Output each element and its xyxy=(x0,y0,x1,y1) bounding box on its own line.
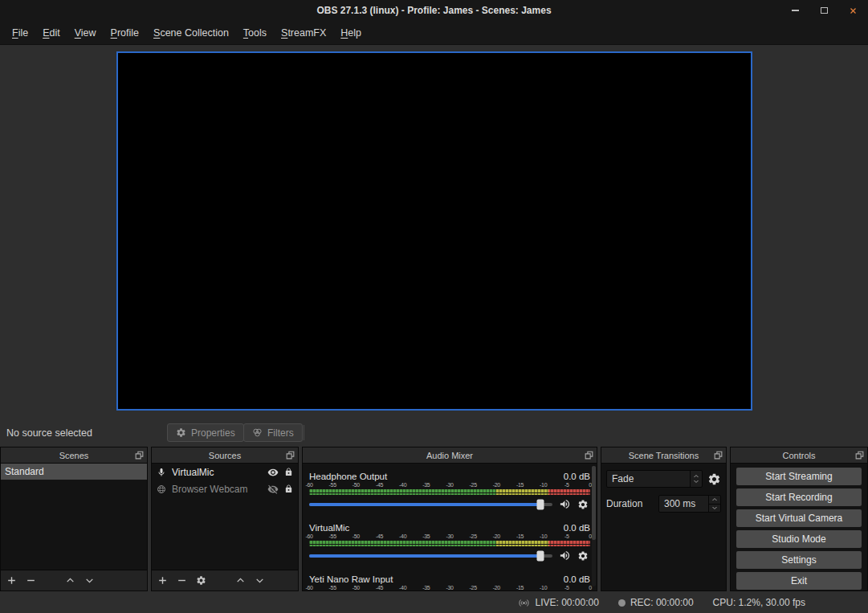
sources-dock-title: Sources xyxy=(209,451,241,460)
start-streaming-button[interactable]: Start Streaming xyxy=(736,468,862,485)
duration-decrease-button[interactable] xyxy=(709,504,720,513)
record-dot-icon xyxy=(618,599,626,607)
duration-spinbox[interactable]: 300 ms xyxy=(658,495,721,513)
cpu-fps-text: CPU: 1.2%, 30.00 fps xyxy=(713,597,805,608)
menu-item-streamfx[interactable]: StreamFX xyxy=(274,23,333,43)
menu-item-tools[interactable]: Tools xyxy=(236,23,274,43)
volume-meter xyxy=(309,545,590,546)
visibility-eye-off-icon[interactable] xyxy=(267,484,279,495)
main-area xyxy=(0,45,868,421)
menu-bar: FileEditViewProfileScene CollectionTools… xyxy=(0,21,868,45)
volume-slider-handle[interactable] xyxy=(536,499,544,509)
mixer-channel-db: 0.0 dB xyxy=(564,574,590,584)
volume-slider[interactable] xyxy=(309,503,552,506)
audio-mixer-body: Headphone Output0.0 dB-60-55-50-45-40-35… xyxy=(303,464,597,591)
scene-transitions-dock-header: Scene Transitions xyxy=(601,447,726,464)
studio-mode-button[interactable]: Studio Mode xyxy=(736,530,862,548)
microphone-icon xyxy=(157,468,166,477)
popout-icon[interactable] xyxy=(584,450,594,460)
popout-icon[interactable] xyxy=(134,450,145,460)
audio-mixer-dock-title: Audio Mixer xyxy=(426,451,473,460)
mixer-channel-name: Yeti Nano Raw Input xyxy=(309,574,393,584)
chevron-down-icon xyxy=(711,506,718,510)
exit-button[interactable]: Exit xyxy=(736,572,862,590)
move-source-up-button[interactable] xyxy=(235,575,246,586)
mixer-db-scale: -60-55-50-45-40-35-30-25-20-15-10-50 xyxy=(309,533,590,541)
mixer-channel-yeti-nano-raw-input: Yeti Nano Raw Input0.0 dB-60-55-50-45-40… xyxy=(309,573,590,591)
filters-button[interactable]: Filters xyxy=(243,423,303,442)
scene-item-standard[interactable]: Standard xyxy=(1,464,147,480)
properties-button[interactable]: Properties xyxy=(167,423,244,442)
remove-source-button[interactable] xyxy=(177,575,187,586)
globe-icon xyxy=(157,484,166,494)
start-virtual-camera-button[interactable]: Start Virtual Camera xyxy=(736,509,862,527)
scrollbar-thumb[interactable] xyxy=(592,466,596,540)
preview-canvas[interactable] xyxy=(116,51,752,411)
popout-icon[interactable] xyxy=(713,450,723,460)
filters-icon xyxy=(252,427,263,438)
source-item-virtualmic[interactable]: VirtualMic xyxy=(152,464,298,480)
window-buttons xyxy=(789,0,858,21)
lock-icon[interactable] xyxy=(284,484,293,493)
source-toolbar: No source selected Properties Filters xyxy=(0,421,868,445)
popout-icon[interactable] xyxy=(285,450,295,460)
source-item-browser-webcam[interactable]: Browser Webcam xyxy=(152,480,298,497)
settings-button[interactable]: Settings xyxy=(736,551,862,569)
start-recording-button[interactable]: Start Recording xyxy=(736,488,862,506)
add-scene-button[interactable] xyxy=(6,575,17,586)
move-scene-down-button[interactable] xyxy=(84,575,95,586)
add-source-button[interactable] xyxy=(157,575,168,586)
speaker-mute-icon[interactable] xyxy=(559,498,571,510)
move-source-down-button[interactable] xyxy=(255,575,265,586)
minimize-button[interactable] xyxy=(789,5,801,16)
scenes-dock-title: Scenes xyxy=(59,451,89,460)
menu-item-help[interactable]: Help xyxy=(333,23,369,43)
mixer-channel-headphone-output: Headphone Output0.0 dB-60-55-50-45-40-35… xyxy=(309,470,590,510)
rec-status: REC: 00:00:00 xyxy=(618,597,694,608)
sources-dock: Sources VirtualMic Browser Webcam xyxy=(151,447,299,591)
mixer-scrollbar[interactable] xyxy=(592,466,596,586)
mixer-gear-icon[interactable] xyxy=(577,550,589,562)
source-properties-gear-icon[interactable] xyxy=(196,575,206,586)
no-source-label: No source selected xyxy=(6,427,92,439)
live-status: LIVE: 00:00:00 xyxy=(518,597,598,609)
mixer-channel-name: Headphone Output xyxy=(309,472,387,481)
lock-icon[interactable] xyxy=(284,468,293,476)
menu-item-edit[interactable]: Edit xyxy=(35,23,67,43)
sources-dock-header: Sources xyxy=(152,447,298,464)
menu-item-scene-collection[interactable]: Scene Collection xyxy=(146,23,236,43)
mixer-gear-icon[interactable] xyxy=(577,499,589,510)
remove-scene-button[interactable] xyxy=(26,575,36,586)
controls-dock-title: Controls xyxy=(783,451,816,460)
menu-item-file[interactable]: File xyxy=(5,23,35,43)
duration-label: Duration xyxy=(606,498,642,509)
menu-item-view[interactable]: View xyxy=(67,23,104,43)
popout-icon[interactable] xyxy=(854,450,865,460)
mixer-db-scale: -60-55-50-45-40-35-30-25-20-15-10-50 xyxy=(309,585,590,591)
menu-item-profile[interactable]: Profile xyxy=(104,23,146,43)
combo-spinner[interactable] xyxy=(690,471,702,487)
sources-toolbar xyxy=(152,570,298,591)
transition-gear-icon[interactable] xyxy=(707,472,721,486)
live-time: LIVE: 00:00:00 xyxy=(535,597,598,608)
controls-button-list: Start StreamingStart RecordingStart Virt… xyxy=(731,464,867,594)
visibility-eye-icon[interactable] xyxy=(267,467,279,478)
scenes-toolbar xyxy=(1,570,147,591)
volume-meter xyxy=(309,489,590,492)
volume-slider[interactable] xyxy=(309,554,552,558)
chevron-down-icon xyxy=(693,480,699,484)
speaker-mute-icon[interactable] xyxy=(559,550,571,562)
move-scene-up-button[interactable] xyxy=(65,575,75,586)
volume-slider-handle[interactable] xyxy=(536,550,544,561)
volume-meter xyxy=(309,493,590,495)
broadcast-icon xyxy=(518,597,530,609)
close-button[interactable] xyxy=(847,5,858,16)
maximize-button[interactable] xyxy=(818,5,829,16)
volume-slider-fill xyxy=(309,554,540,558)
duration-value: 300 ms xyxy=(659,496,708,512)
transition-select[interactable]: Fade xyxy=(606,470,703,488)
window-title: OBS 27.1.3 (linux) - Profile: James - Sc… xyxy=(316,5,551,16)
duration-increase-button[interactable] xyxy=(709,496,720,504)
mixer-db-scale: -60-55-50-45-40-35-30-25-20-15-10-50 xyxy=(309,482,590,489)
audio-mixer-dock-header: Audio Mixer xyxy=(303,447,597,464)
